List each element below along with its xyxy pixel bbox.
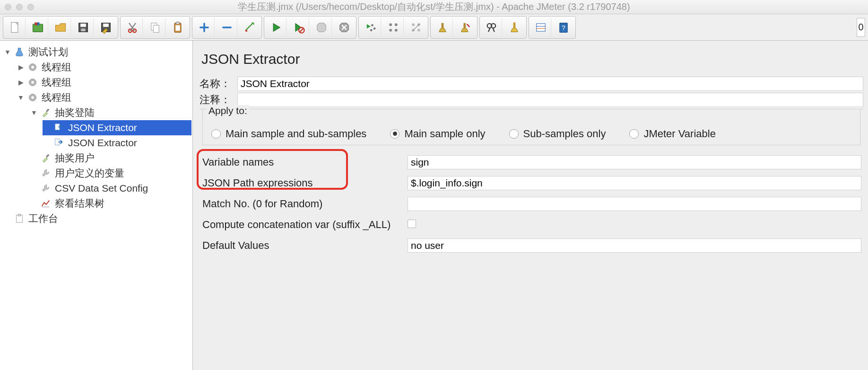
gear-icon: [26, 77, 40, 88]
tree-label: 察看结果树: [55, 197, 104, 210]
remote-start-button[interactable]: [360, 18, 381, 37]
tree-thread-group-2[interactable]: ▶ 线程组: [16, 75, 191, 90]
svg-point-49: [31, 66, 34, 69]
svg-rect-42: [513, 22, 516, 28]
window-zoom-button[interactable]: [27, 4, 34, 10]
expand-toggle-icon[interactable]: ▼: [30, 109, 38, 116]
tree-json-extractor-1[interactable]: · JSON Extractor: [43, 120, 191, 135]
concat-label: Compute concatenation var (suffix _ALL): [200, 219, 408, 231]
default-values-input[interactable]: [408, 238, 861, 253]
clipboard-icon: [12, 213, 26, 224]
expand-toggle-icon[interactable]: ▶: [17, 63, 25, 71]
remote-stop-button[interactable]: [383, 18, 404, 37]
tree-thread-group-1[interactable]: ▶ 线程组: [16, 60, 191, 75]
radio-label: Main sample only: [404, 128, 485, 140]
window-minimize-button[interactable]: [16, 4, 23, 10]
tree-label: CSV Data Set Config: [55, 183, 148, 194]
svg-marker-23: [317, 23, 326, 32]
radio-icon: [211, 129, 221, 139]
tree-label: 测试计划: [28, 45, 68, 59]
clear-all-button[interactable]: [455, 18, 476, 37]
beaker-icon: [12, 46, 26, 58]
counter-box: 0: [857, 18, 865, 37]
json-path-input[interactable]: [408, 176, 861, 190]
apply-to-fieldset: Apply to: Main sample and sub-samples Ma…: [200, 109, 863, 150]
window-titlebar: 学生压测.jmx (/Users/hecom/Desktop/自动化st/学生压…: [0, 0, 868, 14]
comments-input[interactable]: [237, 93, 863, 107]
gear-icon: [26, 62, 40, 73]
new-file-button[interactable]: [5, 18, 26, 37]
radio-main-only[interactable]: Main sample only: [390, 128, 485, 140]
name-input[interactable]: [237, 77, 863, 91]
expand-toggle-icon[interactable]: ▶: [17, 79, 25, 86]
variable-names-label: Variable names: [200, 156, 408, 168]
help-button[interactable]: ?: [553, 18, 574, 37]
svg-text:?: ?: [562, 24, 565, 31]
start-button[interactable]: [266, 18, 286, 37]
svg-line-22: [300, 28, 303, 32]
save-as-button[interactable]: [95, 18, 116, 37]
tree-json-extractor-2[interactable]: · JSON Extractor: [43, 135, 191, 150]
svg-point-30: [394, 23, 397, 26]
svg-rect-7: [81, 28, 85, 31]
tree-user-defined-vars[interactable]: · 用户定义的变量: [29, 166, 191, 181]
reset-search-button[interactable]: [504, 18, 525, 37]
json-path-label: JSON Path expressions: [200, 177, 408, 189]
shutdown-button[interactable]: [334, 18, 355, 37]
window-title: 学生压测.jmx (/Users/hecom/Desktop/自动化st/学生压…: [0, 0, 868, 13]
collapse-button[interactable]: [217, 18, 237, 37]
tree-label: 抽奖用户: [55, 151, 95, 165]
radio-icon: [629, 129, 639, 139]
function-helper-button[interactable]: [530, 18, 551, 37]
paste-button[interactable]: [167, 18, 188, 37]
page-title: JSON Extractor: [201, 51, 863, 67]
expand-toggle-icon[interactable]: ▼: [17, 94, 25, 101]
radio-jmeter-variable[interactable]: JMeter Variable: [629, 128, 715, 140]
save-button[interactable]: [73, 18, 94, 37]
gear-icon: [26, 92, 40, 103]
open-template-button[interactable]: [27, 18, 48, 37]
apply-to-label: Apply to:: [207, 105, 249, 116]
svg-point-33: [412, 23, 415, 26]
tree-workbench[interactable]: · 工作台: [3, 211, 191, 226]
tree-csv-config[interactable]: · CSV Data Set Config: [29, 181, 191, 196]
svg-point-51: [31, 81, 34, 84]
dropper-icon: [39, 107, 53, 118]
stop-button[interactable]: [311, 18, 332, 37]
expand-button[interactable]: [194, 18, 215, 37]
tree-view-results[interactable]: · 察看结果树: [29, 196, 191, 211]
tree-label: JSON Extractor: [68, 137, 137, 149]
tree-lottery-login[interactable]: ▼ 抽奖登陆: [29, 105, 191, 120]
radio-main-and-sub[interactable]: Main sample and sub-samples: [211, 128, 366, 140]
match-no-input[interactable]: [408, 197, 861, 211]
chart-icon: [39, 198, 53, 209]
extract-arrow-icon: [52, 122, 66, 133]
window-close-button[interactable]: [5, 4, 11, 10]
concat-checkbox[interactable]: [408, 220, 416, 228]
svg-rect-57: [46, 154, 50, 158]
tree-label: 线程组: [42, 91, 71, 104]
variable-names-input[interactable]: [408, 155, 861, 169]
search-button[interactable]: [481, 18, 502, 37]
svg-point-27: [373, 27, 375, 30]
svg-point-29: [389, 23, 392, 26]
tree-label: 抽奖登陆: [55, 106, 95, 119]
tree-lottery-user[interactable]: · 抽奖用户: [29, 150, 191, 166]
cut-button[interactable]: [122, 18, 143, 37]
test-plan-tree[interactable]: ▼ 测试计划 ▶ 线程组: [0, 41, 193, 370]
tree-thread-group-3[interactable]: ▼ 线程组: [16, 90, 191, 105]
extract-arrow-icon: [52, 137, 66, 149]
copy-button[interactable]: [145, 18, 165, 37]
svg-point-53: [31, 96, 34, 99]
open-file-button[interactable]: [50, 18, 71, 37]
start-no-pause-button[interactable]: [288, 18, 309, 37]
radio-sub-only[interactable]: Sub-samples only: [509, 128, 606, 140]
remote-shutdown-button[interactable]: [406, 18, 426, 37]
radio-icon: [390, 129, 399, 139]
svg-rect-54: [46, 109, 50, 113]
clear-button[interactable]: [432, 18, 453, 37]
expand-toggle-icon[interactable]: ▼: [4, 48, 11, 56]
tree-label: 用户定义的变量: [55, 167, 124, 180]
toggle-button[interactable]: [239, 18, 260, 37]
tree-root-testplan[interactable]: ▼ 测试计划: [3, 44, 191, 60]
